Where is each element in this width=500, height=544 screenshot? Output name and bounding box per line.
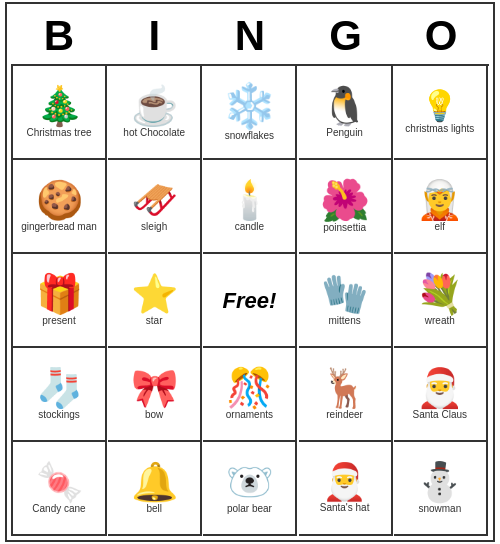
candy-cane-icon: 🍬	[36, 463, 83, 501]
wreath-label: wreath	[425, 315, 455, 327]
christmas-lights-icon: 💡	[421, 91, 458, 121]
christmas-lights-label: christmas lights	[405, 123, 474, 135]
polar-bear-label: polar bear	[227, 503, 272, 515]
header-b: B	[11, 8, 107, 64]
hot-chocolate-label: hot Chocolate	[123, 127, 185, 139]
santas-hat-label: Santa's hat	[320, 502, 370, 514]
cell-mittens[interactable]: 🧤 mittens	[299, 254, 393, 348]
star-icon: ⭐	[131, 275, 178, 313]
ornaments-icon: 🎊	[226, 369, 273, 407]
penguin-icon: 🐧	[321, 87, 368, 125]
christmas-tree-label: Christmas tree	[26, 127, 91, 139]
cell-elf[interactable]: 🧝 elf	[394, 160, 488, 254]
header-o: O	[393, 8, 489, 64]
christmas-tree-icon: 🎄	[36, 87, 83, 125]
cell-bow[interactable]: 🎀 bow	[108, 348, 202, 442]
free-text: Free!	[222, 288, 276, 314]
poinsettia-label: poinsettia	[323, 222, 366, 234]
star-label: star	[146, 315, 163, 327]
cell-stockings[interactable]: 🧦 stockings	[13, 348, 107, 442]
cell-sleigh[interactable]: 🛷 sleigh	[108, 160, 202, 254]
snowflakes-label: snowflakes	[225, 130, 274, 142]
sleigh-label: sleigh	[141, 221, 167, 233]
cell-ornaments[interactable]: 🎊 ornaments	[203, 348, 297, 442]
present-icon: 🎁	[36, 275, 83, 313]
cell-free: Free!	[203, 254, 297, 348]
poinsettia-icon: 🌺	[320, 180, 370, 220]
gingerbread-man-label: gingerbread man	[21, 221, 97, 233]
header-n: N	[202, 8, 298, 64]
cell-santas-hat[interactable]: 🎅 Santa's hat	[299, 442, 393, 536]
reindeer-label: reindeer	[326, 409, 363, 421]
bell-label: bell	[146, 503, 162, 515]
cell-poinsettia[interactable]: 🌺 poinsettia	[299, 160, 393, 254]
present-label: present	[42, 315, 75, 327]
bow-icon: 🎀	[131, 369, 178, 407]
snowman-icon: ⛄	[416, 463, 463, 501]
hot-chocolate-icon: ☕	[131, 87, 178, 125]
mittens-icon: 🧤	[321, 275, 368, 313]
penguin-label: Penguin	[326, 127, 363, 139]
bell-icon: 🔔	[131, 463, 178, 501]
cell-candy-cane[interactable]: 🍬 Candy cane	[13, 442, 107, 536]
cell-christmas-tree[interactable]: 🎄 Christmas tree	[13, 66, 107, 160]
cell-present[interactable]: 🎁 present	[13, 254, 107, 348]
cell-reindeer[interactable]: 🦌 reindeer	[299, 348, 393, 442]
bingo-card: B I N G O 🎄 Christmas tree ☕ hot Chocola…	[5, 2, 495, 542]
header-i: I	[107, 8, 203, 64]
snowman-label: snowman	[418, 503, 461, 515]
reindeer-icon: 🦌	[321, 369, 368, 407]
gingerbread-man-icon: 🍪	[36, 181, 83, 219]
polar-bear-icon: 🐻‍❄️	[226, 463, 273, 501]
santas-hat-icon: 🎅	[322, 464, 367, 500]
cell-wreath[interactable]: 💐 wreath	[394, 254, 488, 348]
snowflakes-icon: ❄️	[222, 84, 277, 128]
bow-label: bow	[145, 409, 163, 421]
cell-hot-chocolate[interactable]: ☕ hot Chocolate	[108, 66, 202, 160]
cell-snowman[interactable]: ⛄ snowman	[394, 442, 488, 536]
cell-star[interactable]: ⭐ star	[108, 254, 202, 348]
candy-cane-label: Candy cane	[32, 503, 85, 515]
candle-label: candle	[235, 221, 264, 233]
stockings-icon: 🧦	[36, 369, 83, 407]
sleigh-icon: 🛷	[131, 181, 178, 219]
ornaments-label: ornaments	[226, 409, 273, 421]
cell-christmas-lights[interactable]: 💡 christmas lights	[394, 66, 488, 160]
wreath-icon: 💐	[416, 275, 463, 313]
mittens-label: mittens	[328, 315, 360, 327]
cell-santa-claus[interactable]: 🎅 Santa Claus	[394, 348, 488, 442]
elf-icon: 🧝	[416, 181, 463, 219]
santa-claus-icon: 🎅	[416, 369, 463, 407]
cell-penguin[interactable]: 🐧 Penguin	[299, 66, 393, 160]
bingo-grid: 🎄 Christmas tree ☕ hot Chocolate ❄️ snow…	[11, 64, 489, 536]
cell-snowflakes[interactable]: ❄️ snowflakes	[203, 66, 297, 160]
cell-gingerbread-man[interactable]: 🍪 gingerbread man	[13, 160, 107, 254]
santa-claus-label: Santa Claus	[413, 409, 467, 421]
candle-icon: 🕯️	[226, 181, 273, 219]
stockings-label: stockings	[38, 409, 80, 421]
cell-polar-bear[interactable]: 🐻‍❄️ polar bear	[203, 442, 297, 536]
bingo-header: B I N G O	[11, 8, 489, 64]
header-g: G	[298, 8, 394, 64]
elf-label: elf	[435, 221, 446, 233]
cell-candle[interactable]: 🕯️ candle	[203, 160, 297, 254]
cell-bell[interactable]: 🔔 bell	[108, 442, 202, 536]
